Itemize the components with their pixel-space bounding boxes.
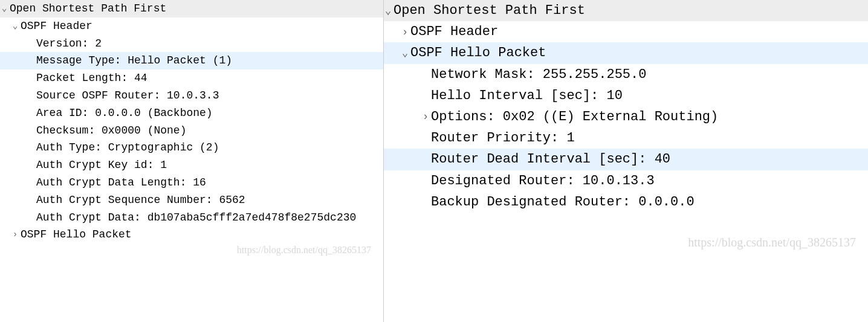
field-source-router: Source OSPF Router: 10.0.3.3	[35, 87, 219, 105]
field-netmask: Network Mask: 255.255.255.0	[430, 64, 646, 85]
chevron-right-icon[interactable]: ›	[421, 108, 430, 125]
field-auth-type: Auth Type: Cryptographic (2)	[35, 139, 219, 156]
field-dead-interval: Router Dead Interval [sec]: 40	[430, 149, 670, 170]
tree-row-ospf-header[interactable]: ⌄ OSPF Header	[0, 18, 383, 35]
chevron-down-icon[interactable]: ⌄	[11, 19, 19, 33]
tree-row-hello-interval[interactable]: · Hello Interval [sec]: 10	[384, 85, 868, 106]
tree-row-message-type[interactable]: · Message Type: Hello Packet (1)	[0, 52, 383, 69]
chevron-down-icon[interactable]: ⌄	[384, 2, 392, 19]
chevron-right-icon[interactable]: ›	[401, 24, 409, 40]
protocol-name: Open Shortest Path First	[8, 0, 166, 18]
field-options: Options: 0x02 ((E) External Routing)	[430, 106, 718, 127]
tree-row-router-priority[interactable]: · Router Priority: 1	[384, 127, 868, 149]
tree-row-source-router[interactable]: · Source OSPF Router: 10.0.3.3	[0, 87, 383, 105]
tree-row-bdr[interactable]: · Backup Designated Router: 0.0.0.0	[384, 192, 868, 213]
tree-row-dead-interval[interactable]: · Router Dead Interval [sec]: 40	[384, 149, 868, 170]
chevron-right-icon[interactable]: ›	[11, 228, 19, 242]
tree-row-ospf-header[interactable]: › OSPF Header	[384, 21, 868, 42]
tree-row-root[interactable]: ⌄ Open Shortest Path First	[0, 0, 383, 18]
watermark-text: https://blog.csdn.net/qq_38265137	[688, 236, 856, 250]
tree-row-auth-seq[interactable]: · Auth Crypt Sequence Number: 6562	[0, 192, 383, 209]
tree-row-ospf-hello[interactable]: ⌄ OSPF Hello Packet	[384, 42, 868, 63]
ospf-hello-label: OSPF Hello Packet	[19, 226, 132, 243]
protocol-name: Open Shortest Path First	[392, 0, 585, 21]
field-auth-data: Auth Crypt Data: db107aba5cfff2a7ed478f8…	[35, 209, 356, 227]
tree-row-ospf-hello[interactable]: › OSPF Hello Packet	[0, 226, 383, 243]
tree-row-root[interactable]: ⌄ Open Shortest Path First	[384, 0, 868, 21]
packet-details-panel-left: ⌄ Open Shortest Path First ⌄ OSPF Header…	[0, 0, 384, 322]
field-area-id: Area ID: 0.0.0.0 (Backbone)	[35, 105, 213, 122]
tree-row-options[interactable]: › Options: 0x02 ((E) External Routing)	[384, 106, 868, 127]
field-hello-interval: Hello Interval [sec]: 10	[430, 85, 623, 106]
ospf-header-label: OSPF Header	[19, 18, 92, 35]
tree-row-netmask[interactable]: · Network Mask: 255.255.255.0	[384, 64, 868, 85]
watermark-text: https://blog.csdn.net/qq_38265137	[237, 245, 371, 256]
field-checksum: Checksum: 0x0000 (None)	[35, 122, 186, 140]
tree-row-auth-type[interactable]: · Auth Type: Cryptographic (2)	[0, 139, 383, 156]
field-dr: Designated Router: 10.0.13.3	[430, 170, 655, 192]
packet-details-panel-right: ⌄ Open Shortest Path First › OSPF Header…	[384, 0, 868, 322]
tree-row-version[interactable]: · Version: 2	[0, 35, 383, 53]
tree-row-auth-data-length[interactable]: · Auth Crypt Data Length: 16	[0, 174, 383, 192]
tree-row-auth-data[interactable]: · Auth Crypt Data: db107aba5cfff2a7ed478…	[0, 209, 383, 227]
tree-row-packet-length[interactable]: · Packet Length: 44	[0, 69, 383, 87]
ospf-hello-label: OSPF Hello Packet	[409, 42, 546, 63]
field-auth-seq: Auth Crypt Sequence Number: 6562	[35, 192, 245, 209]
field-bdr: Backup Designated Router: 0.0.0.0	[430, 192, 695, 213]
field-packet-length: Packet Length: 44	[35, 69, 147, 87]
field-auth-data-length: Auth Crypt Data Length: 16	[35, 174, 206, 192]
chevron-down-icon[interactable]: ⌄	[0, 2, 8, 16]
tree-row-auth-key-id[interactable]: · Auth Crypt Key id: 1	[0, 156, 383, 174]
field-router-priority: Router Priority: 1	[430, 127, 575, 149]
tree-row-dr[interactable]: · Designated Router: 10.0.13.3	[384, 170, 868, 192]
chevron-down-icon[interactable]: ⌄	[401, 45, 409, 62]
field-message-type: Message Type: Hello Packet (1)	[35, 52, 232, 69]
field-version: Version: 2	[35, 35, 102, 53]
tree-row-area-id[interactable]: · Area ID: 0.0.0.0 (Backbone)	[0, 105, 383, 122]
tree-row-checksum[interactable]: · Checksum: 0x0000 (None)	[0, 122, 383, 140]
field-auth-key-id: Auth Crypt Key id: 1	[35, 156, 167, 174]
ospf-header-label: OSPF Header	[409, 21, 498, 42]
